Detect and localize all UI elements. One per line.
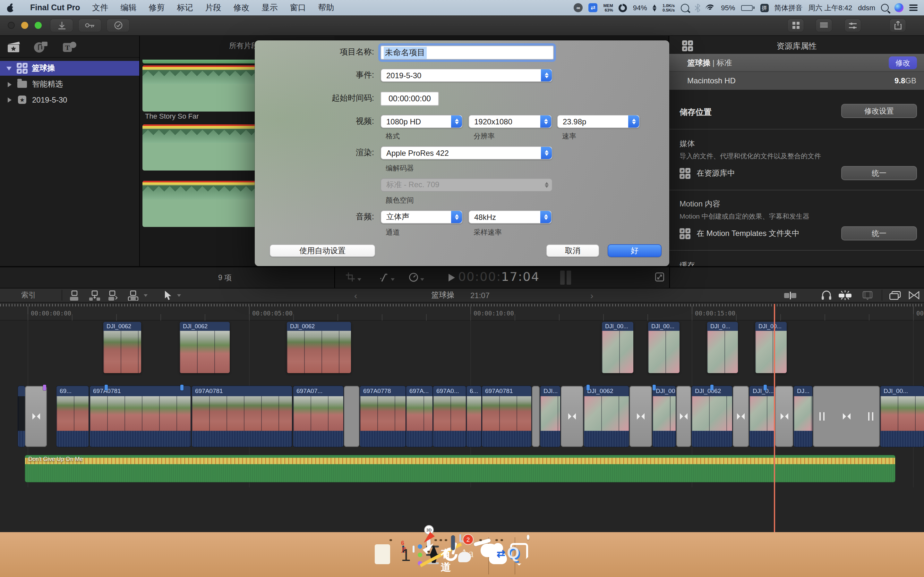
menu-item[interactable]: 修剪 <box>149 2 165 13</box>
minimize-button[interactable] <box>21 22 28 29</box>
cpu-gauge-icon[interactable] <box>619 3 627 12</box>
sidebar-item-event[interactable]: ★ 2019-5-30 <box>0 92 139 107</box>
connected-clip[interactable]: DJI_00... <box>602 322 633 373</box>
chevron-down-icon[interactable] <box>391 278 395 281</box>
next-project-icon[interactable]: › <box>590 288 593 302</box>
trim-handle-icon[interactable] <box>819 412 825 421</box>
clip-marker-icon[interactable] <box>764 385 767 390</box>
timeline-ruler[interactable]: 00:00:00:0000:00:05:0000:00:10:0000:00:1… <box>0 303 924 321</box>
disclosure-triangle-icon[interactable] <box>6 66 11 70</box>
browser-appearance-button[interactable] <box>845 19 861 32</box>
timeline-clip[interactable]: DJI_00... <box>880 386 924 447</box>
enhancements-wand-icon[interactable] <box>379 272 389 283</box>
clip-marker-icon[interactable] <box>653 385 656 390</box>
chevron-down-icon[interactable] <box>177 294 181 297</box>
import-media-button[interactable] <box>50 19 73 32</box>
clip-marker-icon[interactable] <box>586 385 590 390</box>
video-rate-select[interactable]: 23.98p <box>557 115 640 128</box>
crop-tool-icon[interactable] <box>346 272 355 282</box>
video-format-select[interactable]: 1080p HD <box>381 115 463 128</box>
video-resolution-select[interactable]: 1920x1080 <box>468 115 552 128</box>
input-method-label[interactable]: 简体拼音 <box>774 3 803 13</box>
disclosure-triangle-icon[interactable] <box>8 97 11 102</box>
apple-menu-icon[interactable] <box>6 3 14 12</box>
dock-item-safari[interactable] <box>427 537 431 549</box>
connected-clip[interactable]: DJI_0062 <box>287 322 351 373</box>
project-name-input[interactable]: 未命名项目 <box>381 45 554 60</box>
timeline-clip[interactable] <box>18 386 25 447</box>
transition-expanded[interactable] <box>813 386 880 447</box>
timeline-clip[interactable]: 697A07... <box>293 386 343 447</box>
menu-item[interactable]: 片段 <box>205 2 221 13</box>
browser-filter-label[interactable]: 所有片段 <box>229 41 258 51</box>
browser-view-grid-button[interactable] <box>787 19 804 32</box>
transition[interactable] <box>676 386 691 447</box>
play-button[interactable] <box>449 274 455 282</box>
spotlight-icon[interactable] <box>881 4 889 11</box>
background-tasks-button[interactable] <box>107 19 129 32</box>
expand-viewer-icon[interactable] <box>655 272 664 282</box>
select-tool-icon[interactable] <box>164 288 172 302</box>
display-switch-icon[interactable]: ⇄ <box>588 3 598 12</box>
menu-item[interactable]: 窗口 <box>290 2 306 13</box>
timeline-clip[interactable]: 697A0781 <box>192 386 292 447</box>
modify-button[interactable]: 修改 <box>889 56 917 69</box>
share-button[interactable] <box>889 19 906 32</box>
transition[interactable] <box>775 386 793 447</box>
timeline-clip[interactable]: DJI... <box>540 386 560 447</box>
timeline-clip[interactable]: 697A0... <box>433 386 466 447</box>
menu-item[interactable]: 修改 <box>234 2 250 13</box>
siri-icon[interactable] <box>895 3 903 12</box>
timeline-clip[interactable]: 697A0778 <box>360 386 405 447</box>
audio-skimming-icon[interactable] <box>821 288 832 302</box>
trim-blade-icon[interactable] <box>784 288 797 302</box>
browser-view-list-button[interactable] <box>816 19 832 32</box>
cancel-button[interactable]: 取消 <box>546 244 599 257</box>
clip-marker-icon[interactable] <box>43 385 46 390</box>
clip-marker-icon[interactable] <box>710 385 714 390</box>
keyword-editor-button[interactable] <box>78 19 102 32</box>
bluetooth-icon[interactable] <box>695 3 700 12</box>
connected-clip[interactable]: DJI_00... <box>755 322 787 373</box>
connected-clip[interactable]: DJI_0062 <box>103 322 141 373</box>
tab-libraries-icon[interactable] <box>6 40 21 53</box>
gap-clip[interactable] <box>532 386 540 447</box>
snapping-icon[interactable] <box>838 288 852 302</box>
append-edit-icon[interactable] <box>108 288 120 302</box>
sidebar-library-row[interactable]: 篮球操 <box>0 61 139 76</box>
timeline-clip[interactable]: DJI_00... <box>653 386 676 447</box>
close-button[interactable] <box>8 22 15 29</box>
event-select[interactable]: 2019-5-30 <box>381 69 552 82</box>
safari-icon[interactable] <box>427 535 431 550</box>
render-codec-select[interactable]: Apple ProRes 422 <box>381 146 552 160</box>
start-timecode-input[interactable]: 00:00:00:00 <box>381 92 439 106</box>
ok-button[interactable]: 好 <box>607 244 662 257</box>
battery-icon[interactable] <box>741 5 754 11</box>
connect-edit-icon[interactable] <box>70 288 81 302</box>
creative-cloud-icon[interactable]: ∞ <box>573 3 583 12</box>
tab-titles-generators-icon[interactable]: T <box>61 40 77 53</box>
overwrite-edit-icon[interactable] <box>128 288 139 302</box>
timeline-clip[interactable]: 697A0781 <box>90 386 191 447</box>
unify-media-button[interactable]: 统一 <box>841 166 917 180</box>
clock[interactable]: 周六 上午8:42 <box>808 3 852 13</box>
timeline-clip[interactable]: 6... <box>467 386 481 447</box>
audio-meter[interactable] <box>567 271 571 285</box>
tab-photos-audio-icon[interactable] <box>33 40 49 53</box>
audio-meter[interactable] <box>560 271 565 285</box>
index-button[interactable]: 索引 <box>21 288 36 302</box>
playhead[interactable] <box>774 304 775 532</box>
timeline-clip[interactable]: DJI_0062 <box>692 386 732 447</box>
dock-item-lightroom[interactable]: Lr <box>451 537 455 549</box>
wifi-icon[interactable] <box>706 4 715 11</box>
audio-rate-select[interactable]: 48kHz <box>468 210 552 224</box>
clip-skimming-icon[interactable] <box>863 288 873 302</box>
menu-item[interactable]: 文件 <box>92 2 108 13</box>
timeline-clip[interactable]: DJ... <box>794 386 813 447</box>
disclosure-triangle-icon[interactable] <box>8 82 11 87</box>
timeline-clip[interactable]: 697A... <box>406 386 433 447</box>
memory-status[interactable]: MEM63% <box>603 3 613 12</box>
timeline-clip[interactable]: DJI_0062 <box>584 386 629 447</box>
lightroom-icon[interactable]: Lr <box>451 535 455 550</box>
transition[interactable] <box>25 386 47 447</box>
